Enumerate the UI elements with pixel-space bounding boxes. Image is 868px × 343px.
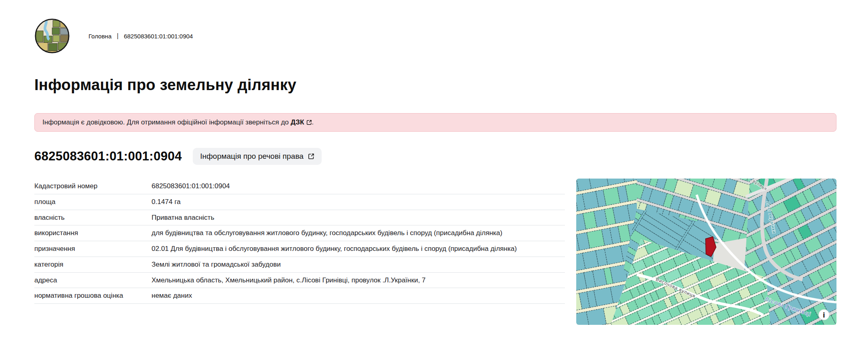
property-rights-button-label: Інформація про речові права: [200, 152, 303, 161]
table-row: призначення 02.01 Для будівництва і обсл…: [34, 241, 565, 257]
table-row: нормативна грошова оцінка немає даних: [34, 288, 565, 304]
table-row: власність Приватна власність: [34, 210, 565, 225]
dzk-link[interactable]: ДЗК: [291, 118, 312, 126]
main-content: Кадастровий номер 6825083601:01:001:0904…: [34, 179, 836, 325]
external-link-icon: [308, 153, 314, 160]
parcel-number: 6825083601:01:001:0904: [34, 149, 182, 164]
table-row: Кадастровий номер 6825083601:01:001:0904: [34, 179, 565, 194]
external-link-icon: [306, 120, 312, 125]
detail-label: нормативна грошова оцінка: [34, 288, 152, 304]
detail-label: використання: [34, 225, 152, 241]
detail-value: для будівництва та обслуговування житлов…: [152, 225, 565, 241]
disclaimer-text: Інформація є довідковою. Для отримання о…: [42, 118, 291, 126]
table-row: категорія Землі житлової та громадської …: [34, 257, 565, 272]
property-rights-button[interactable]: Інформація про речові права: [193, 148, 322, 165]
parcel-details-table: Кадастровий номер 6825083601:01:001:0904…: [34, 179, 565, 304]
breadcrumb-current: 6825083601:01:001:0904: [124, 33, 193, 40]
detail-value: 6825083601:01:001:0904: [152, 179, 565, 194]
dzk-link-label: ДЗК: [291, 118, 304, 126]
breadcrumb: Головна | 6825083601:01:001:0904: [88, 32, 193, 40]
detail-value: Приватна власність: [152, 210, 565, 225]
detail-label: адреса: [34, 272, 152, 288]
detail-label: Кадастровий номер: [34, 179, 152, 194]
info-icon: i: [823, 311, 825, 319]
disclaimer-suffix: .: [312, 118, 314, 126]
table-row: адреса Хмельницька область, Хмельницький…: [34, 272, 565, 288]
cadastral-map-canvas[interactable]: Височова вулиця вулиця Лесі Українки Ліс…: [576, 179, 836, 325]
detail-value: Хмельницька область, Хмельницький район,…: [152, 272, 565, 288]
detail-label: власність: [34, 210, 152, 225]
site-logo[interactable]: [34, 18, 70, 54]
detail-value: Землі житлової та громадської забудови: [152, 257, 565, 272]
parcel-details-rows: Кадастровий номер 6825083601:01:001:0904…: [34, 179, 565, 304]
detail-label: категорія: [34, 257, 152, 272]
table-row: площа 0.1474 га: [34, 194, 565, 210]
disclaimer-alert: Інформація є довідковою. Для отримання о…: [34, 113, 836, 132]
breadcrumb-separator: |: [117, 32, 118, 40]
table-row: використання для будівництва та обслугов…: [34, 225, 565, 241]
detail-value: немає даних: [152, 288, 565, 304]
site-header: Головна | 6825083601:01:001:0904: [34, 18, 836, 54]
page-title: Інформація про земельну ділянку: [34, 76, 836, 94]
cadastral-map[interactable]: Височова вулиця вулиця Лесі Українки Ліс…: [576, 179, 836, 325]
parcel-header: 6825083601:01:001:0904 Інформація про ре…: [34, 148, 836, 165]
page: Головна | 6825083601:01:001:0904 Інформа…: [0, 0, 868, 325]
detail-value: 02.01 Для будівництва і обслуговування ж…: [152, 241, 565, 257]
map-info-button[interactable]: i: [819, 309, 829, 320]
detail-value: 0.1474 га: [152, 194, 565, 210]
breadcrumb-home-link[interactable]: Головна: [88, 33, 112, 40]
detail-label: призначення: [34, 241, 152, 257]
detail-label: площа: [34, 194, 152, 210]
